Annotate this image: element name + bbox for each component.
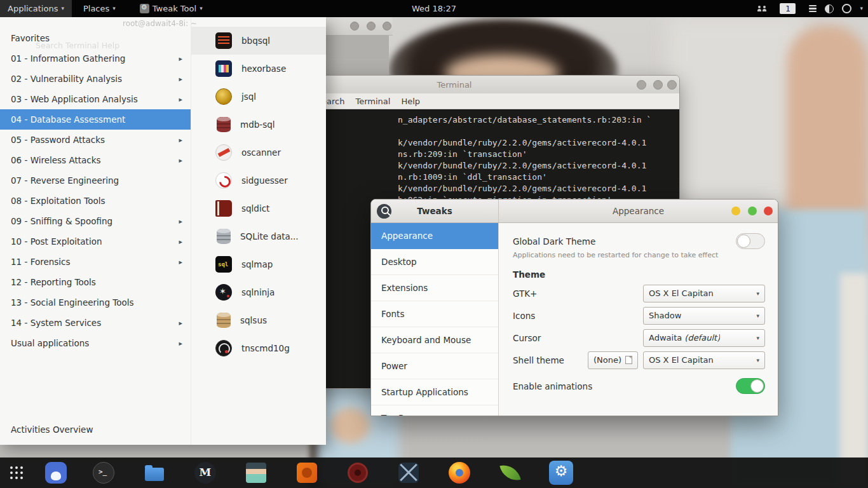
show-applications-icon [10,466,13,469]
submenu-arrow-icon: ▸ [179,238,191,246]
activities-overview-button[interactable]: Activities Overview [11,424,93,435]
minimize-button-icon[interactable] [637,80,646,90]
icons-label: Icons [513,311,643,321]
enable-animations-label: Enable animations [513,381,736,391]
oscanner-icon [215,144,232,161]
search-button[interactable] [377,204,391,219]
applications-menu-button[interactable]: Applications ▾ [0,0,72,17]
menu-item-password-attacks[interactable]: 05 - Password Attacks▸ [0,130,191,150]
tweaks-sidebar: Appearance Desktop Extensions Fonts Keyb… [371,223,499,416]
system-menu-caret-icon[interactable]: ▾ [860,6,863,11]
tool-item-sqlite-database-browser[interactable]: SQLite data... [191,222,326,250]
contrast-indicator-icon[interactable] [825,4,834,13]
dock-item-files[interactable] [142,460,167,485]
clock[interactable]: Wed 18:27 [0,4,868,13]
menu-item-wireless-attacks[interactable]: 06 - Wireless Attacks▸ [0,150,191,170]
tool-item-sqlninja[interactable]: sqlninja [191,278,326,306]
jsql-icon [215,88,232,105]
menu-item-information-gathering[interactable]: 01 - Information Gathering▸ [0,48,191,69]
menu-item-reverse-engineering[interactable]: 07 - Reverse Engineering [0,170,191,191]
layers-indicator-icon[interactable] [809,5,817,13]
menu-item-forensics[interactable]: 11 - Forensics▸ [0,252,191,272]
sidebar-item-desktop[interactable]: Desktop [371,249,498,275]
shell-theme-file-button[interactable]: (None) [588,351,638,369]
sidebar-item-top-bar[interactable]: Top Bar [371,405,498,416]
maltego-icon [194,462,216,484]
menu-item-system-services[interactable]: 14 - System Services▸ [0,313,191,333]
menu-item-reporting-tools[interactable]: 12 - Reporting Tools [0,272,191,292]
icons-theme-dropdown[interactable]: Shadow ▾ [643,307,765,325]
tool-item-sidguesser[interactable]: sidguesser [191,166,326,194]
menu-item-favorites[interactable]: Favorites [0,28,191,48]
menu-item-vulnerability-analysis[interactable]: 02 - Vulnerability Analysis▸ [0,69,191,89]
submenu-arrow-icon: ▸ [179,75,191,83]
show-applications-button[interactable] [4,460,29,485]
tweaks-header-right: Appearance [499,200,778,222]
users-indicator-icon[interactable] [757,6,766,11]
tool-item-sqlsus[interactable]: sqlsus [191,306,326,334]
tool-item-sqldict[interactable]: sqldict [191,194,326,222]
files-icon [145,468,164,481]
dock-item-screen-recorder[interactable] [345,460,370,485]
web-browser-icon [45,462,67,484]
dock-item-armitage[interactable] [396,460,421,485]
workspace-indicator[interactable]: 1 [780,3,796,14]
search-icon [381,207,389,214]
maximize-button-icon[interactable] [653,80,663,90]
menu-item-exploitation-tools[interactable]: 08 - Exploitation Tools [0,191,191,211]
submenu-arrow-icon: ▸ [179,95,191,104]
dock-item-burpsuite[interactable] [294,460,320,485]
menu-item-social-engineering-tools[interactable]: 13 - Social Engineering Tools [0,292,191,313]
terminal-output: n_adapters/abstract/database_statements.… [398,114,651,206]
menu-item-post-exploitation[interactable]: 10 - Post Exploitation▸ [0,231,191,252]
sidebar-item-keyboard-mouse[interactable]: Keyboard and Mouse [371,327,498,353]
leafpad-icon [499,462,520,483]
tool-item-tnscmd10g[interactable]: tnscmd10g [191,334,326,362]
maximize-button-icon[interactable] [748,207,757,215]
tool-item-oscanner[interactable]: oscanner [191,139,326,166]
enable-animations-toggle[interactable] [736,378,765,394]
close-button-icon[interactable] [667,80,677,90]
submenu-arrow-icon: ▸ [179,258,191,266]
cursor-theme-dropdown[interactable]: Adwaita (default) ▾ [643,329,765,347]
dock-item-photo-app[interactable] [243,460,269,485]
tool-item-sqlmap[interactable]: sqlmap [191,250,326,278]
sidebar-item-power[interactable]: Power [371,353,498,379]
close-button-icon[interactable] [764,207,773,215]
menu-item-web-application-analysis[interactable]: 03 - Web Application Analysis▸ [0,89,191,109]
menu-item-database-assessment[interactable]: 04 - Database Assessment [0,109,191,130]
dock-item-maltego[interactable] [193,460,218,485]
dock-item-firefox[interactable] [447,460,472,485]
sidebar-item-extensions[interactable]: Extensions [371,275,498,301]
shell-theme-dropdown[interactable]: OS X El Capitan ▾ [643,351,765,369]
dock-item-web-browser[interactable] [43,460,69,485]
menu-terminal[interactable]: Terminal [355,97,390,106]
dock-item-terminal[interactable] [91,460,116,485]
window-button-icon[interactable] [367,22,376,30]
menu-help[interactable]: Help [401,97,420,106]
tool-item-hexorbase[interactable]: hexorbase [191,55,326,83]
armitage-icon [398,463,419,483]
window-button-icon[interactable] [350,22,359,30]
menu-item-sniffing-spoofing[interactable]: 09 - Sniffing & Spoofing▸ [0,211,191,231]
status-ring-icon[interactable] [842,4,851,13]
hexorbase-icon [215,60,232,77]
tweaks-headerbar[interactable]: Tweaks Appearance [371,200,778,223]
gtk-theme-dropdown[interactable]: OS X El Capitan ▾ [643,285,765,302]
window-button-icon[interactable] [383,22,391,30]
sidebar-item-appearance[interactable]: Appearance [371,223,498,249]
minimize-button-icon[interactable] [731,207,740,215]
places-menu-button[interactable]: Places ▾ [76,0,123,17]
tool-item-bbqsql[interactable]: bbqsql [191,27,326,55]
tweaks-window: Tweaks Appearance Appearance Desktop Ext… [370,199,778,416]
sidebar-item-startup-applications[interactable]: Startup Applications [371,379,498,405]
dock-item-leafpad[interactable] [498,460,523,485]
tweak-tool-app-menu-button[interactable]: Tweak Tool ▾ [132,0,210,17]
tool-item-mdb-sql[interactable]: mdb-sql [191,111,326,139]
menu-item-usual-applications[interactable]: Usual applications▸ [0,333,191,353]
tool-item-jsql[interactable]: jsql [191,83,326,111]
dock-item-settings[interactable] [548,460,574,485]
global-dark-theme-toggle[interactable] [736,233,765,249]
sidebar-item-fonts[interactable]: Fonts [371,301,498,327]
tweaks-content: Global Dark Theme Applications need to b… [499,223,778,416]
